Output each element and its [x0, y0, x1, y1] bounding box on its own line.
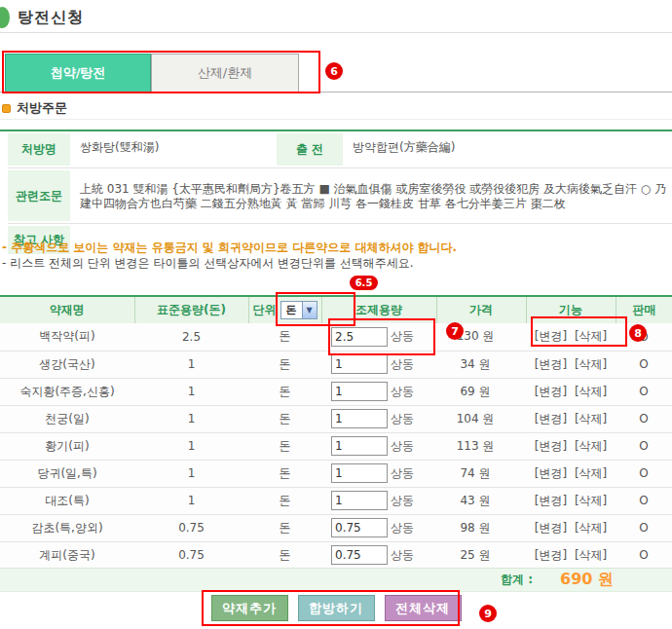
- change-link[interactable]: [변경]: [535, 466, 567, 480]
- standard-dose-cell: 1: [134, 405, 248, 432]
- delete-link[interactable]: [삭제]: [575, 521, 607, 535]
- dose-input[interactable]: [331, 545, 388, 565]
- herb-name-cell: 계피(중국): [0, 541, 134, 569]
- dose-cell: 상동: [321, 323, 436, 351]
- herb-table-header-row: 약재명 표준용량(돈) 단위 돈 ▼ 조제용량 가격 기능 판매: [0, 296, 672, 323]
- dose-suffix-label: 상동: [391, 438, 414, 455]
- page: 탕전신청 첩약/탕전 산제/환제 처방주문 처방명 쌍화탕(雙和湯) 출 전 방…: [0, 0, 672, 629]
- combine-prescription-button[interactable]: 합방하기: [298, 595, 375, 621]
- price-cell: 130 원: [436, 323, 526, 351]
- chevron-down-icon: ▼: [302, 302, 317, 318]
- standard-dose-cell: 2.5: [134, 323, 248, 351]
- herb-table-row: 감초(특,양외) 0.75 돈 상동 98 원 [변경] [삭제] O: [0, 514, 672, 541]
- price-cell: 43 원: [436, 487, 526, 514]
- change-link[interactable]: [변경]: [535, 385, 567, 398]
- unit-cell: 돈: [248, 351, 321, 378]
- total-label: 합계 :: [501, 572, 533, 588]
- change-link[interactable]: [변경]: [535, 439, 567, 453]
- annotation-badge-6-5: 6.5: [350, 276, 378, 290]
- function-cell: [변경] [삭제]: [526, 432, 616, 460]
- dose-input[interactable]: [331, 463, 388, 483]
- notice-restricted-herbs: - 주황색으로 보이는 약재는 유통금지 및 희귀약이므로 다른약으로 대체하셔…: [2, 240, 457, 255]
- change-link[interactable]: [변경]: [535, 412, 567, 426]
- standard-dose-cell: 1: [134, 460, 248, 487]
- total-row: 합계 : 690 원: [0, 568, 672, 592]
- tab-bar: 첩약/탕전 산제/환제: [0, 54, 672, 92]
- delete-link[interactable]: [삭제]: [575, 439, 607, 453]
- col-header-price: 가격: [436, 296, 526, 323]
- unit-cell: 돈: [248, 514, 321, 541]
- herb-name-cell: 생강(국산): [0, 351, 134, 378]
- tab-cheopyak-tangjeon[interactable]: 첩약/탕전: [5, 54, 151, 92]
- delete-link[interactable]: [삭제]: [575, 385, 607, 398]
- delete-link[interactable]: [삭제]: [575, 329, 607, 343]
- sale-cell: O: [616, 323, 672, 351]
- change-link[interactable]: [변경]: [535, 329, 567, 343]
- standard-dose-cell: 1: [134, 351, 248, 378]
- herb-table-row: 계피(중국) 0.75 돈 상동 25 원 [변경] [삭제] O: [0, 541, 672, 569]
- unit-cell: 돈: [248, 432, 321, 460]
- delete-all-button[interactable]: 전체삭제: [385, 595, 462, 621]
- col-header-sale: 판매: [616, 296, 672, 323]
- unit-select[interactable]: 돈 ▼: [280, 301, 317, 319]
- delete-link[interactable]: [삭제]: [575, 357, 607, 371]
- title-divider: [0, 32, 672, 33]
- change-link[interactable]: [변경]: [535, 494, 567, 507]
- tab-sanje-hwanje[interactable]: 산제/환제: [151, 54, 299, 92]
- herb-table: 약재명 표준용량(돈) 단위 돈 ▼ 조제용량 가격 기능 판매: [0, 295, 672, 570]
- dose-input[interactable]: [331, 491, 388, 510]
- dose-input[interactable]: [331, 409, 388, 428]
- col-header-name: 약재명: [0, 296, 134, 323]
- dose-cell: 상동: [321, 432, 436, 460]
- unit-header-label: 단위: [253, 302, 277, 318]
- herb-table-row: 당귀(일,특) 1 돈 상동 74 원 [변경] [삭제] O: [0, 460, 672, 487]
- herb-name-cell: 당귀(일,특): [0, 460, 134, 487]
- col-header-unit: 단위 돈 ▼: [248, 296, 321, 323]
- standard-dose-cell: 0.75: [134, 541, 248, 569]
- dose-input[interactable]: [331, 382, 388, 401]
- dose-input[interactable]: [331, 354, 388, 374]
- dose-suffix-label: 상동: [391, 547, 414, 564]
- unit-cell: 돈: [248, 541, 321, 569]
- notice-list: - 주황색으로 보이는 약재는 유통금지 및 희귀약이므로 다른약으로 대체하셔…: [2, 240, 457, 271]
- dose-input[interactable]: [331, 327, 388, 347]
- herb-name-cell: 백작약(피): [0, 323, 134, 351]
- sale-cell: O: [616, 378, 672, 405]
- prescription-name-label: 처방명: [8, 133, 70, 166]
- sale-cell: O: [616, 487, 672, 514]
- price-cell: 69 원: [436, 378, 526, 405]
- add-herb-button[interactable]: 약재추가: [211, 595, 288, 621]
- delete-link[interactable]: [삭제]: [575, 548, 607, 562]
- delete-link[interactable]: [삭제]: [575, 466, 607, 480]
- dose-cell: 상동: [321, 351, 436, 378]
- price-cell: 25 원: [436, 541, 526, 569]
- price-cell: 74 원: [436, 460, 526, 487]
- delete-link[interactable]: [삭제]: [575, 494, 607, 507]
- herb-name-cell: 황기(피): [0, 432, 134, 460]
- change-link[interactable]: [변경]: [535, 521, 567, 535]
- herb-table-row: 숙지황(주증,신흥) 1 돈 상동 69 원 [변경] [삭제] O: [0, 378, 672, 405]
- dose-cell: 상동: [321, 460, 436, 487]
- dose-cell: 상동: [321, 405, 436, 432]
- tab-underline: [0, 92, 672, 92]
- delete-link[interactable]: [삭제]: [575, 412, 607, 426]
- related-article-value: 上統 031 雙和湯 {太平惠民和劑局方}卷五方 ■ 治氣血俱傷 或房室後勞役 …: [70, 168, 672, 223]
- col-header-function: 기능: [526, 296, 616, 323]
- action-button-row: 약재추가 합방하기 전체삭제: [0, 595, 672, 621]
- dose-suffix-label: 상동: [391, 328, 414, 345]
- prescription-info-table: 처방명 쌍화탕(雙和湯) 출 전 방약합편(方藥合編) 관련조문 上統 031 …: [0, 130, 672, 256]
- change-link[interactable]: [변경]: [535, 548, 567, 562]
- change-link[interactable]: [변경]: [535, 357, 567, 371]
- related-article-label: 관련조문: [8, 170, 70, 221]
- sale-cell: O: [616, 351, 672, 378]
- dose-input[interactable]: [331, 436, 388, 456]
- dose-cell: 상동: [321, 487, 436, 514]
- dose-input[interactable]: [331, 518, 388, 537]
- page-header: 탕전신청: [0, 7, 84, 28]
- green-bullet-icon: [0, 7, 10, 28]
- col-header-dose: 조제용량: [321, 296, 436, 323]
- herb-table-row: 황기(피) 1 돈 상동 113 원 [변경] [삭제] O: [0, 432, 672, 460]
- unit-cell: 돈: [248, 460, 321, 487]
- sale-cell: O: [616, 405, 672, 432]
- unit-cell: 돈: [248, 323, 321, 351]
